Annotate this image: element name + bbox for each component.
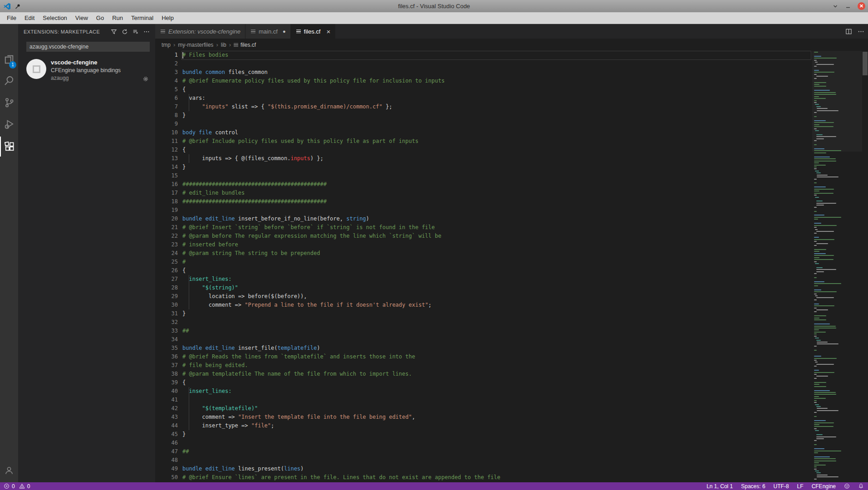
- filter-icon[interactable]: [111, 29, 117, 35]
- code-line-47[interactable]: 47##: [155, 447, 812, 456]
- tab-extension-vscode-cfengine[interactable]: Extension: vscode-cfengine: [155, 24, 245, 39]
- chevron-down-icon[interactable]: [832, 3, 839, 10]
- code-line-13[interactable]: 13 inputs => { @(files_common.inputs) };: [155, 154, 812, 163]
- breadcrumb-item-files.cf[interactable]: files.cf: [234, 42, 256, 48]
- line-number: 19: [155, 206, 178, 215]
- sidebar-item-explorer[interactable]: 1: [0, 49, 18, 69]
- scrollbar-thumb[interactable]: [863, 52, 868, 75]
- sidebar-item-search[interactable]: [0, 71, 18, 91]
- feedback-icon[interactable]: [840, 482, 854, 490]
- code-line-42[interactable]: 42 "$(templatefile)": [155, 404, 812, 413]
- code-line-37[interactable]: 37# file being edited.: [155, 361, 812, 370]
- code-line-27[interactable]: 27 insert_lines:: [155, 275, 812, 284]
- code-line-30[interactable]: 30 comment => "Prepend a line to the fil…: [155, 301, 812, 309]
- code-line-35[interactable]: 35bundle edit_line insert_file(templatef…: [155, 344, 812, 353]
- breadcrumb-item-tmp[interactable]: tmp: [162, 42, 171, 48]
- code-line-33[interactable]: 33##: [155, 327, 812, 335]
- line-number: 28: [155, 284, 178, 292]
- code-line-49[interactable]: 49bundle edit_line lines_present(lines): [155, 465, 812, 473]
- code-line-19[interactable]: 19: [155, 206, 812, 215]
- tab-files-cf[interactable]: files.cf ×: [291, 24, 336, 39]
- menu-item-file[interactable]: File: [3, 12, 20, 24]
- code-line-9[interactable]: 9: [155, 120, 812, 128]
- code-line-2[interactable]: 2: [155, 59, 812, 68]
- menu-item-help[interactable]: Help: [157, 12, 178, 24]
- eol-setting[interactable]: LF: [793, 482, 808, 490]
- code-line-34[interactable]: 34: [155, 335, 812, 344]
- code-line-25[interactable]: 25#: [155, 258, 812, 266]
- code-line-12[interactable]: 12{: [155, 146, 812, 154]
- menu-item-selection[interactable]: Selection: [39, 12, 71, 24]
- menu-item-edit[interactable]: Edit: [20, 12, 39, 24]
- code-line-39[interactable]: 39{: [155, 378, 812, 387]
- encoding-setting[interactable]: UTF-8: [770, 482, 793, 490]
- sidebar-item-source-control[interactable]: [0, 93, 18, 113]
- split-editor-icon[interactable]: [845, 28, 852, 35]
- code-line-11[interactable]: 11# @brief Include policy files used by …: [155, 137, 812, 146]
- code-line-17[interactable]: 17# edit_line bundles: [155, 189, 812, 197]
- code-line-18[interactable]: 18######################################…: [155, 197, 812, 206]
- editor-more-actions-icon[interactable]: [858, 28, 864, 35]
- menu-item-view[interactable]: View: [71, 12, 92, 24]
- menu-item-go[interactable]: Go: [92, 12, 108, 24]
- error-count: 0: [12, 483, 15, 490]
- menu-item-run[interactable]: Run: [108, 12, 127, 24]
- minimap[interactable]: [812, 51, 862, 482]
- code-line-48[interactable]: 48: [155, 456, 812, 465]
- code-line-26[interactable]: 26{: [155, 266, 812, 275]
- clear-extension-search-icon[interactable]: [132, 29, 139, 35]
- code-line-22[interactable]: 22# @param before The regular expression…: [155, 232, 812, 240]
- code-line-41[interactable]: 41: [155, 396, 812, 404]
- code-line-46[interactable]: 46: [155, 439, 812, 447]
- sidebar-item-extensions[interactable]: [0, 137, 18, 157]
- cursor-position[interactable]: Ln 1, Col 1: [702, 482, 737, 490]
- code-line-1[interactable]: 1# Files bodies: [155, 51, 812, 59]
- code-line-15[interactable]: 15: [155, 172, 812, 180]
- breadcrumb-item-my-masterfiles[interactable]: my-masterfiles: [178, 42, 213, 48]
- sidebar-item-run-debug[interactable]: [0, 114, 18, 134]
- extension-manage-gear-icon[interactable]: [142, 76, 149, 82]
- code-line-29[interactable]: 29 location => before($(before)),: [155, 292, 812, 301]
- notifications-bell-icon[interactable]: [854, 482, 868, 490]
- refresh-icon[interactable]: [122, 29, 128, 35]
- code-line-24[interactable]: 24# @param string The string to be prepe…: [155, 249, 812, 258]
- code-line-16[interactable]: 16######################################…: [155, 180, 812, 189]
- unsaved-changes-dot[interactable]: ●: [283, 29, 286, 34]
- code-line-38[interactable]: 38# @param templatefile The name of the …: [155, 370, 812, 378]
- code-line-21[interactable]: 21# @brief Insert `string` before `befor…: [155, 223, 812, 232]
- minimize-button[interactable]: [845, 3, 851, 10]
- code-line-45[interactable]: 45}: [155, 430, 812, 439]
- code-line-7[interactable]: 7 "inputs" slist => { "$(this.promise_di…: [155, 103, 812, 111]
- code-line-28[interactable]: 28 "$(string)": [155, 284, 812, 292]
- code-line-6[interactable]: 6 vars:: [155, 94, 812, 103]
- code-line-40[interactable]: 40 insert_lines:: [155, 387, 812, 396]
- extension-list-item[interactable]: vscode-cfengine CFEngine language bindin…: [18, 57, 155, 86]
- code-line-5[interactable]: 5{: [155, 85, 812, 94]
- code-line-50[interactable]: 50# @brief Ensure `lines` are present in…: [155, 473, 812, 482]
- code-line-20[interactable]: 20bundle edit_line insert_before_if_no_l…: [155, 215, 812, 223]
- code-line-36[interactable]: 36# @brief Reads the lines from `templat…: [155, 353, 812, 361]
- language-mode[interactable]: CFEngine: [808, 482, 840, 490]
- pin-icon[interactable]: [15, 4, 20, 9]
- close-window-button[interactable]: ✕: [858, 2, 865, 10]
- code-line-3[interactable]: 3bundle common files_common: [155, 68, 812, 77]
- indentation-setting[interactable]: Spaces: 6: [737, 482, 769, 490]
- problems-status[interactable]: 0 0: [0, 482, 34, 490]
- code-line-44[interactable]: 44 insert_type => "file";: [155, 421, 812, 430]
- vertical-scrollbar[interactable]: [862, 51, 868, 482]
- extension-search-input[interactable]: [26, 42, 150, 52]
- breadcrumb-item-lib[interactable]: lib: [221, 42, 226, 48]
- code-line-31[interactable]: 31}: [155, 309, 812, 318]
- close-tab-icon[interactable]: ×: [326, 28, 330, 35]
- code-editor[interactable]: 1# Files bodies23bundle common files_com…: [155, 51, 868, 482]
- code-line-8[interactable]: 8}: [155, 111, 812, 120]
- code-line-4[interactable]: 4# @brief Enumerate policy files used by…: [155, 77, 812, 85]
- code-line-43[interactable]: 43 comment => "Insert the template file …: [155, 413, 812, 421]
- menu-item-terminal[interactable]: Terminal: [127, 12, 157, 24]
- code-line-23[interactable]: 23# inserted before: [155, 240, 812, 249]
- tab-main-cf[interactable]: main.cf ●: [245, 24, 291, 39]
- code-line-14[interactable]: 14}: [155, 163, 812, 172]
- code-line-32[interactable]: 32: [155, 318, 812, 327]
- more-actions-icon[interactable]: [143, 29, 150, 35]
- code-line-10[interactable]: 10body file control: [155, 128, 812, 137]
